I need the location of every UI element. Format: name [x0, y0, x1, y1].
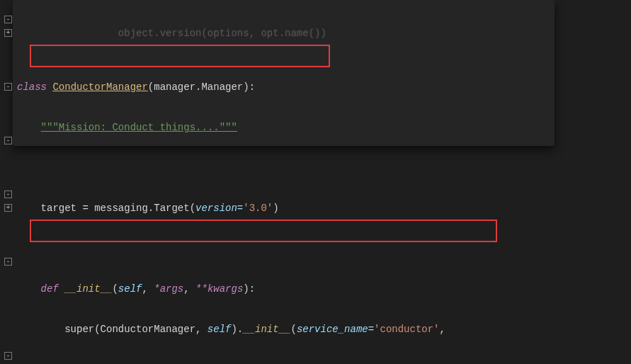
- base-clause: (manager.Manager):: [148, 81, 255, 93]
- self-ref: self: [208, 324, 232, 335]
- target-assign: target = messaging.Target(: [17, 203, 195, 214]
- keyword-class: class: [17, 81, 52, 93]
- fold-minus-icon[interactable]: -: [4, 16, 12, 23]
- string-literal: 'conductor': [374, 324, 439, 335]
- sep: ,: [183, 283, 195, 295]
- code-line[interactable]: def __init__(self, *args, **kwargs):: [17, 283, 631, 296]
- fold-minus-icon[interactable]: -: [4, 190, 12, 198]
- fold-gutter: - + - - - + - -: [0, 0, 17, 364]
- sep: ,: [142, 283, 154, 295]
- close: ):: [243, 283, 255, 295]
- init-fn: __init__: [64, 283, 112, 295]
- init-ref: __init__: [243, 324, 290, 335]
- star-args: *args: [154, 283, 183, 295]
- kwarg: version=: [195, 203, 243, 214]
- class-name: ConductorManager: [52, 81, 147, 93]
- dot: ).: [231, 324, 243, 335]
- keyword-def: def: [17, 283, 64, 295]
- star-kwargs: **kwargs: [195, 283, 243, 295]
- blank-line[interactable]: [17, 242, 631, 256]
- self-param: self: [118, 283, 142, 295]
- code-line[interactable]: target = messaging.Target(version='3.0'): [17, 202, 631, 215]
- open-paren: (: [290, 324, 296, 335]
- close-paren: ): [273, 203, 278, 214]
- fold-plus-icon[interactable]: +: [4, 204, 12, 212]
- code-line[interactable]: class ConductorManager(manager.Manager):: [17, 81, 631, 94]
- code-line[interactable]: super(ConductorManager, self).__init__(s…: [17, 323, 631, 336]
- string-literal: '3.0': [243, 203, 273, 214]
- super-call: super(ConductorManager,: [17, 324, 208, 335]
- fold-plus-icon[interactable]: +: [4, 29, 12, 37]
- code-area[interactable]: object.version(options, opt.name()) clas…: [17, 0, 631, 364]
- fold-minus-icon[interactable]: -: [4, 83, 12, 91]
- fold-minus-icon[interactable]: -: [4, 258, 12, 266]
- fold-minus-icon[interactable]: -: [4, 352, 12, 360]
- kwarg: service_name=: [297, 324, 374, 335]
- blank-line[interactable]: [17, 161, 631, 175]
- comma: ,: [440, 324, 445, 335]
- code-editor[interactable]: - + - - - + - - object.version(options, …: [0, 0, 631, 364]
- fold-minus-icon[interactable]: -: [4, 137, 12, 144]
- open-paren: (: [112, 283, 118, 295]
- docstring-line[interactable]: """Mission: Conduct things....""": [17, 121, 631, 135]
- docstring: """Mission: Conduct things....""": [41, 122, 237, 133]
- code-line[interactable]: object.version(options, opt.name()): [17, 27, 631, 40]
